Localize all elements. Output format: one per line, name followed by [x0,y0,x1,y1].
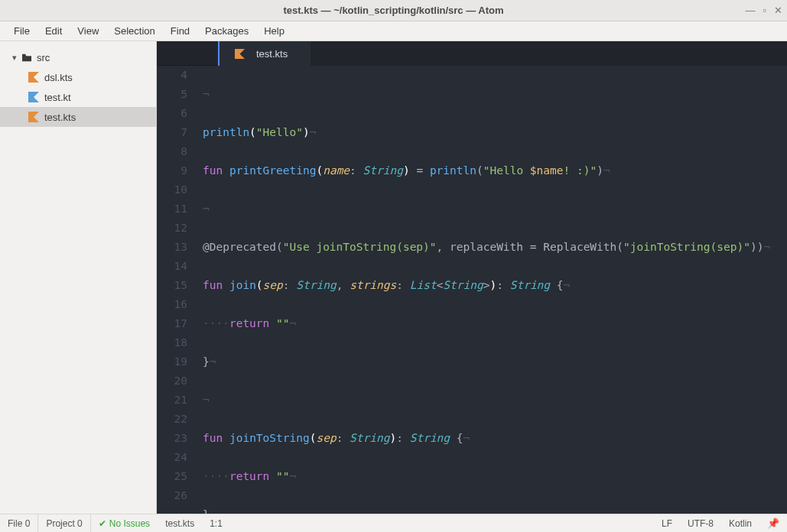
editor-pane: test.kts 4 5 6 7 8 9 10 11 12 13 14 15 1… [157,41,787,514]
line-number: 9 [157,161,187,180]
line-number: 12 [157,219,187,238]
close-button[interactable]: ✕ [774,5,782,16]
tab-label: test.kts [256,48,288,60]
tree-file-dsl[interactable]: dsl.kts [0,67,156,87]
tree-file-testkts[interactable]: test.kts [0,107,156,127]
check-icon: ✔ [99,518,106,529]
line-number: 15 [157,276,187,295]
line-number: 8 [157,142,187,161]
menu-file[interactable]: File [6,22,37,40]
line-number: 18 [157,333,187,352]
tab-bar: test.kts [157,41,787,66]
statusbar: File 0 Project 0 ✔ No Issues test.kts 1:… [0,514,787,532]
line-number: 25 [157,467,187,486]
tree-file-label: dsl.kts [44,72,73,83]
line-number: 22 [157,410,187,429]
status-filename[interactable]: test.kts [158,514,202,532]
line-number: 17 [157,314,187,333]
tree-file-label: test.kt [44,92,71,103]
menubar: File Edit View Selection Find Packages H… [0,21,787,41]
menu-view[interactable]: View [70,22,106,40]
code-area[interactable]: ¬ println("Hello")¬ fun printGreeting(na… [201,66,787,514]
line-number: 20 [157,371,187,391]
workspace: ▾ src dsl.kts test.kt test.kts [0,41,787,514]
menu-edit[interactable]: Edit [37,22,70,40]
status-project-count[interactable]: Project 0 [38,514,90,532]
status-language[interactable]: Kotlin [721,514,759,532]
folder-icon [20,53,34,62]
line-number: 26 [157,486,187,505]
tree-file-label: test.kts [44,112,76,123]
editor-body[interactable]: 4 5 6 7 8 9 10 11 12 13 14 15 16 17 18 1… [157,66,787,514]
tab-spacer [157,41,218,66]
line-number: 19 [157,352,187,371]
gutter: 4 5 6 7 8 9 10 11 12 13 14 15 16 17 18 1… [157,66,201,514]
line-number: 7 [157,123,187,142]
menu-find[interactable]: Find [163,22,197,40]
menu-help[interactable]: Help [256,22,292,40]
status-line-ending[interactable]: LF [654,514,680,532]
tree-file-testkt[interactable]: test.kt [0,87,156,107]
chevron-down-icon: ▾ [9,53,20,63]
line-number: 5 [157,85,187,104]
tree-view[interactable]: ▾ src dsl.kts test.kt test.kts [0,41,157,514]
window-title: test.kts — ~/kotlin_scripting/kotlin/src… [283,5,503,16]
line-number: 10 [157,180,187,200]
tab-test-kts[interactable]: test.kts [218,41,311,66]
kotlin-file-icon [26,92,41,102]
status-file-count[interactable]: File 0 [0,514,38,532]
line-number: 6 [157,104,187,123]
kotlin-file-icon [26,72,41,83]
kotlin-file-icon [232,49,247,59]
line-number: 4 [157,66,187,85]
maximize-button[interactable]: ▫ [763,5,766,16]
status-cursor[interactable]: 1:1 [202,514,230,532]
tree-folder-label: src [37,52,50,63]
status-linter[interactable]: ✔ No Issues [91,514,158,532]
pin-icon[interactable]: 📌 [759,514,787,532]
line-number: 16 [157,295,187,314]
menu-selection[interactable]: Selection [106,22,162,40]
window-controls: — ▫ ✕ [745,5,782,16]
status-encoding[interactable]: UTF-8 [680,514,721,532]
line-number: 14 [157,257,187,276]
menu-packages[interactable]: Packages [197,22,256,40]
line-number: 23 [157,429,187,448]
minimize-button[interactable]: — [745,5,755,16]
kotlin-file-icon [26,112,41,122]
tree-folder-root[interactable]: ▾ src [0,47,156,67]
line-number: 11 [157,200,187,219]
line-number: 13 [157,238,187,257]
line-number: 24 [157,448,187,467]
line-number: 21 [157,391,187,410]
titlebar: test.kts — ~/kotlin_scripting/kotlin/src… [0,0,787,21]
